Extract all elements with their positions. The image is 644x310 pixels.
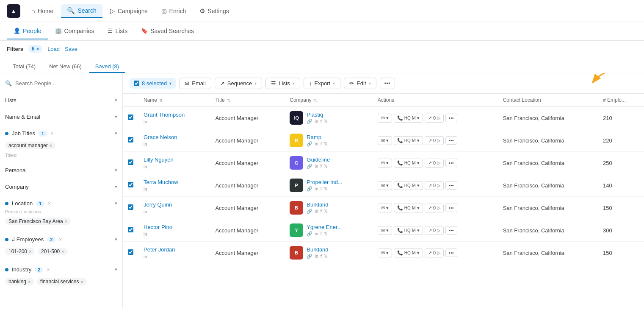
tag-account-manager-remove[interactable]: ×: [50, 143, 52, 148]
row-more-btn[interactable]: •••: [445, 159, 457, 167]
nav-enrich[interactable]: ◎ Enrich: [155, 5, 192, 17]
row-checkbox[interactable]: [128, 159, 133, 165]
linkedin-icon[interactable]: in: [144, 119, 147, 124]
filter-section-name-email-header[interactable]: Name & Email ▾: [5, 111, 117, 123]
row-call-btn[interactable]: 📞 HQ M ▾: [394, 249, 423, 257]
filters-load-button[interactable]: Load: [47, 46, 60, 52]
company-linkedin-icon[interactable]: in: [315, 186, 318, 192]
company-name-link[interactable]: Burkland: [307, 246, 328, 253]
company-linkedin-icon[interactable]: in: [315, 231, 318, 237]
row-email-btn[interactable]: ✉ ▾: [378, 249, 392, 257]
row-sequence-btn[interactable]: ↗ 0 ▷: [425, 114, 444, 123]
filter-section-lists-header[interactable]: Lists ▾: [5, 95, 117, 106]
linkedin-icon[interactable]: in: [144, 232, 147, 237]
person-name-link[interactable]: Grace Nelson: [144, 134, 205, 140]
th-title[interactable]: Title ⇅: [210, 94, 285, 107]
filter-section-location-header[interactable]: Location 1 × ▾: [5, 198, 117, 209]
row-checkbox[interactable]: [128, 204, 133, 210]
row-sequence-btn[interactable]: ↗ 0 ▷: [425, 204, 444, 212]
company-facebook-icon[interactable]: f: [321, 164, 322, 169]
company-name-link[interactable]: Ramp: [307, 134, 328, 140]
company-link-icon[interactable]: 🔗: [307, 119, 312, 124]
company-twitter-icon[interactable]: 𝕏: [324, 254, 328, 259]
row-sequence-btn[interactable]: ↗ 0 ▷: [425, 159, 444, 168]
tag-financial-services-remove[interactable]: ×: [80, 279, 83, 284]
row-call-btn[interactable]: 📞 HQ M ▾: [394, 114, 423, 123]
row-sequence-btn[interactable]: ↗ 0 ▷: [425, 181, 444, 190]
lists-button[interactable]: ☰ Lists ▾: [265, 78, 300, 89]
person-name-link[interactable]: Peter Jordan: [144, 246, 205, 253]
company-linkedin-icon[interactable]: in: [315, 209, 318, 214]
company-twitter-icon[interactable]: 𝕏: [324, 231, 328, 237]
row-call-btn[interactable]: 📞 HQ M ▾: [394, 136, 423, 145]
filter-section-industry-header[interactable]: Industry 2 × ▾: [5, 264, 117, 275]
select-all-checkbox[interactable]: [134, 81, 139, 86]
company-twitter-icon[interactable]: 𝕏: [324, 119, 328, 124]
row-more-btn[interactable]: •••: [445, 136, 457, 145]
th-name[interactable]: Name ⇅: [138, 94, 210, 107]
row-checkbox[interactable]: [128, 227, 133, 232]
filters-save-button[interactable]: Save: [65, 46, 77, 52]
row-checkbox[interactable]: [128, 137, 133, 142]
subnav-saved-searches[interactable]: 🔖 Saved Searches: [134, 23, 201, 39]
tag-sf-bay-area-remove[interactable]: ×: [65, 219, 67, 224]
company-link-icon[interactable]: 🔗: [307, 209, 312, 214]
row-more-btn[interactable]: •••: [445, 226, 457, 235]
linkedin-icon[interactable]: in: [144, 209, 147, 214]
tag-101-200-remove[interactable]: ×: [29, 249, 31, 254]
company-name-link[interactable]: Guideline: [307, 156, 330, 163]
row-checkbox[interactable]: [128, 115, 133, 120]
company-facebook-icon[interactable]: f: [321, 119, 322, 124]
tag-201-500-remove[interactable]: ×: [61, 249, 64, 254]
company-facebook-icon[interactable]: f: [321, 186, 322, 192]
filter-section-job-titles-header[interactable]: Job Titles 1 × ▾: [5, 128, 117, 139]
row-email-btn[interactable]: ✉ ▾: [378, 181, 392, 190]
linkedin-icon[interactable]: in: [144, 164, 147, 169]
company-facebook-icon[interactable]: f: [321, 231, 322, 237]
row-sequence-btn[interactable]: ↗ 0 ▷: [425, 136, 444, 145]
row-email-btn[interactable]: ✉ ▾: [378, 226, 392, 235]
row-sequence-btn[interactable]: ↗ 0 ▷: [425, 249, 444, 257]
linkedin-icon[interactable]: in: [144, 142, 147, 147]
job-titles-close-icon[interactable]: ×: [50, 131, 53, 137]
company-name-link[interactable]: Ygrene Ener...: [307, 224, 342, 230]
sequence-button[interactable]: ↗ Sequence ▾: [215, 78, 263, 89]
person-name-link[interactable]: Lilly Nguyen: [144, 156, 205, 163]
company-linkedin-icon[interactable]: in: [315, 141, 318, 147]
row-email-btn[interactable]: ✉ ▾: [378, 136, 392, 145]
row-call-btn[interactable]: 📞 HQ M ▾: [394, 159, 423, 168]
company-link-icon[interactable]: 🔗: [307, 254, 312, 259]
company-link-icon[interactable]: 🔗: [307, 141, 312, 147]
row-call-btn[interactable]: 📞 HQ M ▾: [394, 181, 423, 190]
filters-clear-icon[interactable]: ×: [36, 46, 39, 51]
edit-button[interactable]: ✏ Edit ▾: [344, 78, 376, 89]
filter-section-employees-header[interactable]: # Employees 2 × ▾: [5, 234, 117, 245]
row-call-btn[interactable]: 📞 HQ M ▾: [394, 204, 423, 212]
row-sequence-btn[interactable]: ↗ 0 ▷: [425, 226, 444, 235]
email-button[interactable]: ✉ Email: [179, 78, 211, 89]
location-close-icon[interactable]: ×: [48, 201, 51, 207]
row-more-btn[interactable]: •••: [445, 249, 457, 257]
company-twitter-icon[interactable]: 𝕏: [324, 141, 328, 147]
nav-search[interactable]: 🔍 Search: [61, 4, 102, 18]
row-more-btn[interactable]: •••: [445, 181, 457, 190]
industry-close-icon[interactable]: ×: [47, 267, 50, 273]
selected-count-badge[interactable]: 8 selected ▾: [130, 78, 176, 89]
subnav-lists[interactable]: ☰ Lists: [101, 23, 134, 39]
th-company[interactable]: Company ⇅: [285, 94, 372, 107]
subnav-companies[interactable]: 🏢 Companies: [48, 23, 101, 39]
nav-campaigns[interactable]: ▷ Campaigns: [104, 5, 154, 17]
company-linkedin-icon[interactable]: in: [315, 119, 318, 124]
filter-section-company-header[interactable]: Company ▾: [5, 181, 117, 193]
search-people-input[interactable]: [15, 80, 117, 87]
row-checkbox[interactable]: [128, 182, 133, 187]
company-twitter-icon[interactable]: 𝕏: [324, 186, 328, 192]
person-name-link[interactable]: Hector Pino: [144, 224, 205, 230]
company-name-link[interactable]: Burkland: [307, 201, 328, 208]
company-facebook-icon[interactable]: f: [321, 209, 322, 214]
export-button[interactable]: ↓ Export ▾: [304, 78, 340, 89]
row-email-btn[interactable]: ✉ ▾: [378, 204, 392, 212]
more-actions-button[interactable]: •••: [380, 78, 395, 89]
company-facebook-icon[interactable]: f: [321, 254, 322, 259]
company-facebook-icon[interactable]: f: [321, 141, 322, 147]
